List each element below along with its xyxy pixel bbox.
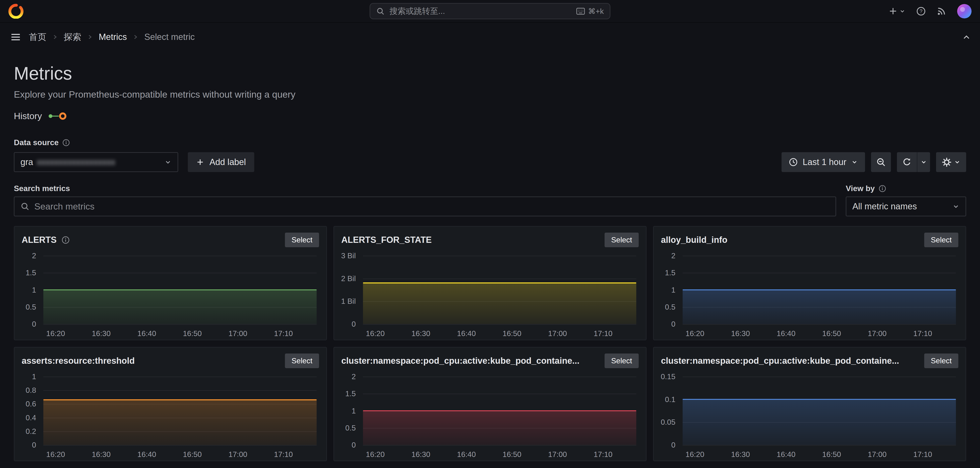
gridline [43,324,317,325]
panel-info-icon[interactable] [61,236,70,244]
metric-select-button[interactable]: Select [924,233,958,247]
x-axis: 16:2016:3016:4016:5017:0017:10 [43,328,317,338]
chevron-down-icon [164,159,172,166]
rss-icon [937,6,946,16]
y-axis-label: 0 [671,441,675,449]
zoom-out-icon [876,157,886,167]
help-button[interactable]: ? [916,6,926,16]
metric-panel: asserts:resource:threshold Select 10.80.… [14,347,327,461]
view-by-select[interactable]: All metric names [846,197,966,216]
view-by-label: View by [846,184,875,193]
x-axis-label: 16:20 [366,329,385,338]
refresh-icon [902,158,912,167]
info-icon[interactable] [878,185,886,192]
y-axis-label: 2 [352,372,356,381]
menu-toggle-button[interactable] [10,31,22,43]
metric-chart: 21.510.50 16:2016:3016:4016:5017:0017:10 [14,248,326,339]
breadcrumb-select-metric: Select metric [144,32,195,42]
x-axis-label: 16:40 [457,329,476,338]
chevron-right-icon [133,34,138,40]
chevron-down-icon [899,8,905,14]
y-axis-label: 2 Bil [341,274,356,283]
history-timeline-icon[interactable] [48,112,68,120]
plot-area [43,376,317,445]
search-icon [376,7,385,16]
metrics-search-box [14,197,836,216]
metric-panel-header: asserts:resource:threshold Select [14,347,326,370]
user-avatar[interactable] [957,4,972,19]
metrics-panel-grid: ALERTS Select 21.510.50 16:2016:3016:401… [14,226,966,461]
search-labels-row: Search metrics View by [14,184,966,193]
breadcrumb-explore[interactable]: 探索 [64,31,81,43]
breadcrumb-home[interactable]: 首页 [29,31,46,43]
gridline [43,390,317,391]
add-menu-button[interactable] [888,6,905,16]
metrics-search-input[interactable] [34,201,829,212]
keyboard-icon [576,8,585,15]
add-label-button[interactable]: Add label [188,152,254,172]
x-axis-label: 17:00 [548,329,567,338]
y-axis-label: 0.15 [661,372,675,381]
x-axis-label: 16:30 [92,329,111,338]
x-axis: 16:2016:3016:4016:5017:0017:10 [363,449,636,459]
metric-panel-header: cluster:namespace:pod_cpu:active:kube_po… [654,347,966,370]
global-search-placeholder: 搜索或跳转至... [390,6,571,17]
x-axis-label: 17:10 [594,450,612,459]
metric-select-button[interactable]: Select [285,233,319,247]
x-axis-label: 16:20 [686,450,704,459]
x-axis-label: 16:20 [46,450,65,459]
chevron-down-icon [920,159,927,165]
x-axis-label: 17:10 [594,329,612,338]
x-axis-label: 16:40 [457,450,476,459]
news-button[interactable] [937,6,946,16]
collapse-chevron-button[interactable] [963,33,970,41]
series-fill [43,400,317,445]
metric-panel-header: alloy_build_info Select [654,227,966,248]
x-axis-label: 16:30 [731,329,750,338]
gridline [682,255,956,256]
series-line [363,282,636,284]
chevron-down-icon [851,159,858,165]
metric-panel: cluster:namespace:pod_cpu:active:kube_po… [653,347,966,461]
x-axis-label: 16:30 [731,450,750,459]
gridline [43,445,317,446]
global-search-input[interactable]: 搜索或跳转至... ⌘+k [370,3,610,19]
metric-select-button[interactable]: Select [285,354,319,368]
breadcrumb-metrics[interactable]: Metrics [99,32,127,42]
x-axis-label: 16:20 [46,329,65,338]
x-axis-label: 16:50 [822,450,841,459]
gridline [682,376,956,377]
metric-panel-title: alloy_build_info [661,235,727,245]
metric-select-button[interactable]: Select [605,233,639,247]
settings-button[interactable] [936,152,966,172]
breadcrumb: 首页 探索 Metrics Select metric [29,31,195,43]
time-range-picker[interactable]: Last 1 hour [781,152,865,172]
metric-select-button[interactable]: Select [605,354,639,368]
grafana-logo-icon [8,3,24,19]
series-fill [682,290,956,324]
datasource-picker[interactable]: gra xxxxxxxxxxxxxxxxxx [14,152,178,172]
svg-text:?: ? [920,8,923,14]
datasource-value-redacted: xxxxxxxxxxxxxxxxxx [37,157,115,167]
zoom-out-button[interactable] [871,152,891,172]
series-line [682,399,956,400]
gridline [682,324,956,325]
info-icon[interactable] [62,139,70,147]
x-axis-label: 16:40 [137,329,156,338]
datasource-label-row: Data source [14,138,966,148]
series-fill [363,283,636,324]
page-subtitle: Explore your Prometheus-compatible metri… [14,89,966,100]
search-shortcut: ⌘+k [576,7,604,16]
grafana-logo[interactable] [8,3,24,19]
x-axis-label: 16:30 [411,450,430,459]
y-axis-label: 1 Bil [341,297,356,306]
metric-panel: ALERTS_FOR_STATE Select 3 Bil2 Bil1 Bil0… [334,226,646,340]
y-axis-label: 0.5 [345,424,356,432]
gridline [363,376,636,377]
add-label-button-text: Add label [210,157,246,167]
metric-select-button[interactable]: Select [924,354,958,368]
refresh-button[interactable] [897,152,917,172]
hamburger-icon [10,31,22,43]
refresh-interval-dropdown[interactable] [917,152,930,172]
view-by-value: All metric names [853,201,917,211]
